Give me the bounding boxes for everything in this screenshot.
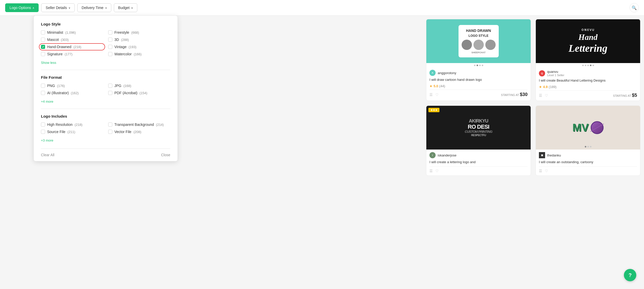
logo-options-dropdown: Logo Style Minimalist (1,096) Freestyle … — [33, 15, 178, 16]
delivery-time-button[interactable]: Delivery Time ∨ — [77, 3, 111, 12]
chevron-down-icon: ∨ — [69, 6, 70, 9]
logo-options-button[interactable]: Logo Options ∧ — [5, 3, 39, 12]
chevron-down-icon-2: ∨ — [105, 6, 107, 9]
chevron-up-icon: ∧ — [32, 6, 34, 9]
filter-bar: Logo Options ∧ Seller Details ∨ Delivery… — [0, 0, 644, 16]
budget-label: Budget — [118, 6, 130, 10]
chevron-down-icon-3: ∨ — [131, 6, 133, 9]
search-icon: 🔍 — [632, 5, 637, 10]
budget-button[interactable]: Budget ∨ — [114, 3, 137, 12]
logo-options-label: Logo Options — [10, 6, 31, 10]
seller-details-label: Seller Details — [46, 6, 67, 10]
delivery-time-label: Delivery Time — [82, 6, 104, 10]
seller-details-button[interactable]: Seller Details ∨ — [41, 3, 74, 12]
search-button[interactable]: 🔍 — [630, 3, 639, 12]
top-bar-right: 🔍 — [630, 3, 639, 12]
